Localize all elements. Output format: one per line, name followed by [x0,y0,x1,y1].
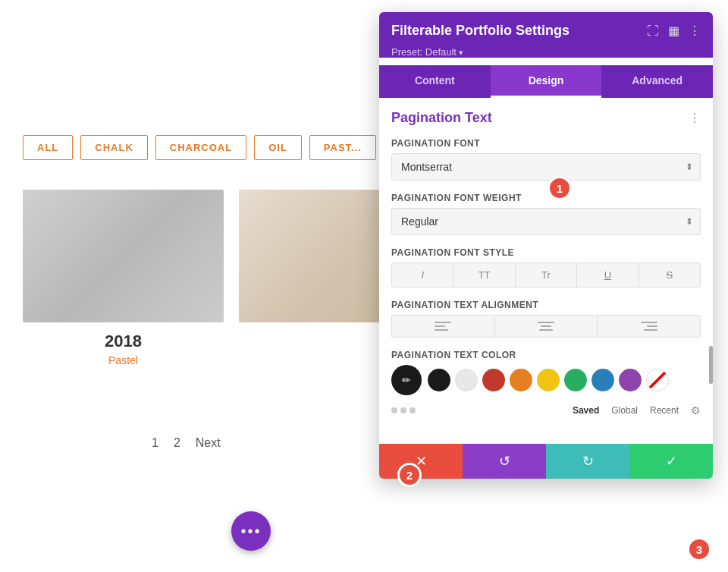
page-next-link[interactable]: Next [196,436,221,450]
filter-tab-all[interactable]: ALL [23,135,73,160]
align-right-icon [641,322,657,331]
confirm-icon: ✓ [666,453,677,470]
style-italic-btn[interactable]: I [391,262,453,288]
portfolio-items: 2018 Pastel [23,190,440,366]
badge-1: 1 [548,176,572,200]
color-row: Pagination Text Color ✏ [391,350,701,420]
pencil-icon: ✏ [402,374,411,386]
color-swatch-transparent[interactable] [646,369,669,391]
alignment-buttons [391,315,701,338]
filter-tab-chalk[interactable]: CHALK [80,135,148,160]
tab-advanced[interactable]: Advanced [601,65,713,98]
color-section-row: ✏ [391,365,701,395]
portfolio-image-1[interactable] [23,190,224,322]
line1 [435,322,451,323]
color-swatch-orange[interactable] [510,369,532,391]
portfolio-thumbnail-1 [23,190,224,322]
dot-1 [391,407,397,413]
font-weight-select-wrapper: Regular [391,208,701,235]
font-style-row: Pagination Font Style I TT Tr U S [391,247,701,288]
confirm-button[interactable]: ✓ [629,444,713,479]
section-title: Pagination Text [391,110,492,126]
panel-header-icons: ⛶ ▦ ⋮ [647,24,701,38]
color-footer-right: Saved Global Recent ⚙ [573,404,701,416]
alignment-row: Pagination Text Alignment [391,300,701,338]
redo-icon: ↻ [582,453,594,470]
style-capitalize-btn[interactable]: Tr [515,262,576,288]
color-swatch-purple[interactable] [619,369,642,391]
panel-scrollbar[interactable] [709,346,713,384]
badge-1-label: 1 [557,182,563,195]
badge-2: 2 [397,463,422,487]
panel-title: Filterable Portfolio Settings [391,23,570,39]
color-swatch-black[interactable] [428,369,450,391]
redo-button[interactable]: ↻ [546,444,629,479]
align-center-icon [538,322,554,331]
tab-content[interactable]: Content [379,65,491,98]
color-global-label[interactable]: Global [611,405,638,416]
panel-header: Filterable Portfolio Settings ⛶ ▦ ⋮ Pres… [379,12,713,58]
style-underline-btn[interactable]: U [576,262,638,288]
style-uppercase-btn[interactable]: TT [453,262,514,288]
filter-tab-charcoal[interactable]: CHARCOAL [155,135,246,160]
grid-icon[interactable]: ▦ [668,24,679,38]
filter-tabs: ALL CHALK CHARCOAL OIL PAST... [23,135,376,160]
page-2-link[interactable]: 2 [174,436,180,450]
panel-header-top: Filterable Portfolio Settings ⛶ ▦ ⋮ [391,23,701,39]
color-settings-icon[interactable]: ⚙ [691,404,701,416]
line2 [541,325,551,327]
panel-body: Pagination Text ⋮ Pagination Font Montse… [379,98,713,444]
color-swatch-white[interactable] [455,369,478,391]
line2 [647,325,657,327]
color-swatches [428,369,669,391]
undo-button[interactable]: ↺ [463,444,546,479]
align-right-btn[interactable] [597,315,701,338]
color-edit-button[interactable]: ✏ [391,365,422,395]
badge-3: 3 [687,537,711,561]
color-swatch-yellow[interactable] [537,369,560,391]
pagination: 1 2 Next [152,436,221,450]
font-select[interactable]: Montserrat [391,153,701,181]
filter-tab-pastel[interactable]: PAST... [309,135,376,160]
align-left-icon [435,322,451,331]
align-center-btn[interactable] [494,315,598,338]
line3 [435,329,448,331]
line2 [435,325,445,327]
more-options-icon[interactable]: ⋮ [689,24,701,38]
color-recent-label[interactable]: Recent [650,405,679,416]
color-footer-dots [391,407,416,413]
panel-footer: ✕ ↺ ↻ ✓ [379,444,713,479]
tab-design[interactable]: Design [491,65,602,98]
style-strikethrough-btn[interactable]: S [639,262,701,288]
color-saved-label[interactable]: Saved [573,405,599,416]
section-menu-icon[interactable]: ⋮ [689,111,701,125]
color-swatch-green[interactable] [564,369,587,391]
color-swatch-blue[interactable] [592,369,614,391]
line1 [538,322,554,323]
fab-ellipsis-button[interactable]: ••• [231,511,271,551]
line3 [539,329,553,331]
font-label: Pagination Font [391,138,701,149]
settings-panel: Filterable Portfolio Settings ⛶ ▦ ⋮ Pres… [379,12,713,479]
font-weight-select[interactable]: Regular [391,208,701,235]
color-footer: Saved Global Recent ⚙ [391,401,701,420]
align-left-btn[interactable] [391,315,494,338]
panel-tabs: Content Design Advanced [379,65,713,98]
section-header: Pagination Text ⋮ [391,110,701,126]
badge-2-label: 2 [406,469,413,482]
font-weight-label: Pagination Font Weight [391,193,701,203]
alignment-label: Pagination Text Alignment [391,300,701,310]
page-1-link[interactable]: 1 [152,436,158,450]
color-swatch-red[interactable] [482,369,505,391]
ellipsis-icon: ••• [240,523,261,540]
fullscreen-icon[interactable]: ⛶ [647,24,659,38]
portfolio-item-1: 2018 Pastel [23,190,224,366]
font-select-wrapper: Montserrat [391,153,701,181]
panel-preset-dropdown[interactable]: Preset: Default [391,46,701,58]
line1 [641,322,657,323]
font-style-label: Pagination Font Style [391,247,701,258]
line3 [644,329,657,331]
filter-tab-oil[interactable]: OIL [254,135,302,160]
portfolio-category-1: Pastel [23,354,224,366]
font-row: Pagination Font Montserrat [391,138,701,181]
